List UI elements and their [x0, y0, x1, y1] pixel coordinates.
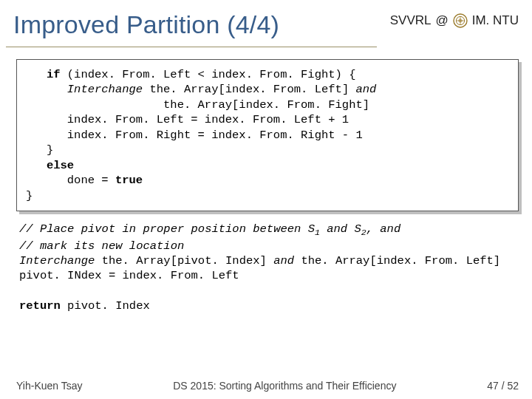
ntu-seal-icon [453, 13, 468, 28]
code-line-4: index. From. Left = index. From. Left + … [26, 113, 349, 126]
slide: Improved Partition (4/4) SVVRL @ IM. NTU… [0, 0, 532, 399]
comment-line-1: // Place pivot in proper position betwee… [19, 222, 400, 236]
kw-return: return [19, 299, 61, 313]
footer-page-number: 47 / 52 [487, 380, 519, 392]
code-after: // Place pivot in proper position betwee… [16, 211, 519, 314]
footer-author: Yih-Kuen Tsay [16, 380, 83, 392]
title-underline [6, 47, 377, 47]
slide-body: if (index. From. Left < index. From. Fig… [0, 47, 532, 314]
slide-header: Improved Partition (4/4) SVVRL @ IM. NTU [0, 0, 532, 47]
affiliation-left: SVVRL [390, 13, 432, 28]
code-line-2: Interchange the. Array[index. From. Left… [26, 83, 376, 96]
code-line-return: return pivot. Index [19, 299, 150, 313]
footer-course: DS 2015: Sorting Algorithms and Their Ef… [83, 380, 488, 392]
affiliation-right: IM. NTU [472, 13, 519, 28]
affiliation: SVVRL @ IM. NTU [377, 9, 519, 28]
comment-line-2: // mark its new location [19, 239, 184, 253]
kw-if: if [47, 68, 61, 81]
slide-title: Improved Partition (4/4) [6, 9, 377, 44]
code-line-3: the. Array[index. From. Fight] [26, 98, 369, 112]
code-line-interchange: Interchange the. Array[pivot. Index] and… [19, 254, 500, 267]
slide-footer: Yih-Kuen Tsay DS 2015: Sorting Algorithm… [0, 380, 532, 399]
code-line-pivotindex: pivot. INdex = index. From. Left [19, 269, 239, 282]
code-line-1: if (index. From. Left < index. From. Fig… [26, 68, 355, 81]
code-line-5: index. From. Right = index. From. Right … [26, 129, 363, 142]
code-line-8: done = true [26, 174, 143, 187]
code-line-9: } [26, 189, 33, 202]
kw-true: true [115, 174, 143, 187]
code-box: if (index. From. Left < index. From. Fig… [16, 59, 519, 211]
title-wrap: Improved Partition (4/4) [6, 9, 377, 47]
affiliation-at: @ [435, 13, 448, 28]
kw-else: else [47, 159, 74, 172]
code-line-6: } [26, 143, 53, 157]
code-line-7: else [26, 159, 74, 172]
